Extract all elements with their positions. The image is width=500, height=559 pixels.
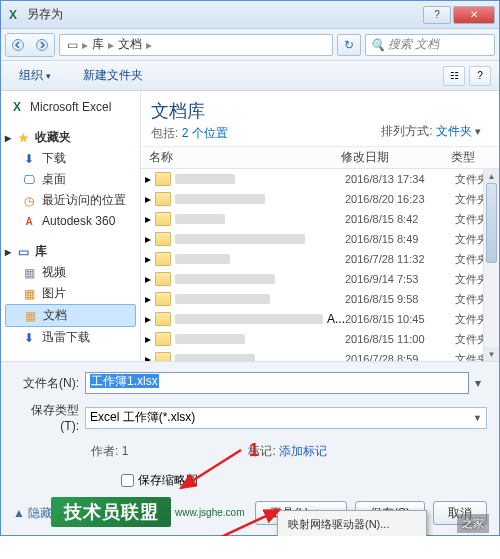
svg-point-1 bbox=[37, 39, 48, 50]
close-button[interactable]: ✕ bbox=[453, 6, 495, 24]
folder-icon bbox=[155, 232, 171, 246]
list-item: ▸ A...2016/8/15 10:45文件夹 bbox=[141, 309, 499, 329]
breadcrumb[interactable]: ▭ ▸ 库 ▸ 文档 ▸ bbox=[59, 34, 333, 56]
titlebar: X 另存为 ? ✕ bbox=[1, 1, 499, 29]
folder-icon bbox=[155, 332, 171, 346]
picture-icon: ▦ bbox=[21, 286, 37, 302]
list-item: ▸2016/8/15 11:00文件夹 bbox=[141, 329, 499, 349]
back-button[interactable] bbox=[6, 34, 30, 56]
folder-icon bbox=[155, 292, 171, 306]
file-list[interactable]: ▸2016/8/13 17:34文件夹 ▸2016/8/20 16:23文件夹 … bbox=[141, 169, 499, 361]
toolbar: 组织 新建文件夹 ☷ ? bbox=[1, 61, 499, 91]
address-bar: ▭ ▸ 库 ▸ 文档 ▸ ↻ 🔍 搜索 文档 bbox=[1, 29, 499, 61]
clock-icon: ◷ bbox=[21, 193, 37, 209]
search-input[interactable]: 🔍 搜索 文档 bbox=[365, 34, 495, 56]
autodesk-icon: A bbox=[21, 213, 37, 229]
library-icon: ▭ bbox=[15, 244, 31, 260]
list-item: ▸2016/7/28 11:32文件夹 bbox=[141, 249, 499, 269]
filename-label: 文件名(N): bbox=[13, 375, 85, 392]
search-icon: 🔍 bbox=[370, 38, 385, 52]
excel-icon: X bbox=[5, 7, 21, 23]
sidebar-videos[interactable]: ▦视频 bbox=[5, 262, 136, 283]
folder-icon bbox=[155, 192, 171, 206]
sidebar: X Microsoft Excel ▸★ 收藏夹 ⬇下载 🖵桌面 ◷最近访问的位… bbox=[1, 91, 141, 361]
sidebar-documents[interactable]: ▦文档 bbox=[5, 304, 136, 327]
sidebar-downloads[interactable]: ⬇下载 bbox=[5, 148, 136, 169]
desktop-icon: 🖵 bbox=[21, 172, 37, 188]
list-item: ▸2016/8/15 8:42文件夹 bbox=[141, 209, 499, 229]
folder-icon bbox=[155, 172, 171, 186]
filetype-combo[interactable]: Excel 工作簿(*.xlsx)▼ bbox=[85, 407, 487, 429]
bottom-panel: 文件名(N): 工作簿1.xlsx ▾ 保存类型(T): Excel 工作簿(*… bbox=[1, 361, 499, 535]
list-item: ▸2016/9/14 7:53文件夹 bbox=[141, 269, 499, 289]
thumbnail-checkbox[interactable] bbox=[121, 474, 134, 487]
scroll-thumb[interactable] bbox=[486, 183, 497, 263]
list-item: ▸2016/7/28 8:59文件夹 bbox=[141, 349, 499, 361]
filename-input[interactable]: 工作簿1.xlsx bbox=[85, 372, 469, 394]
download-icon: ⬇ bbox=[21, 151, 37, 167]
col-type[interactable]: 类型 bbox=[451, 149, 499, 166]
list-item: ▸2016/8/15 9:58文件夹 bbox=[141, 289, 499, 309]
sidebar-xunlei[interactable]: ⬇迅雷下载 bbox=[5, 327, 136, 348]
locations-link[interactable]: 2 个位置 bbox=[182, 126, 228, 140]
scroll-up[interactable]: ▲ bbox=[484, 169, 499, 183]
dropdown-icon[interactable]: ▾ bbox=[469, 376, 487, 390]
document-icon: ▦ bbox=[22, 308, 38, 324]
refresh-button[interactable]: ↻ bbox=[337, 34, 361, 56]
new-folder-button[interactable]: 新建文件夹 bbox=[73, 64, 153, 87]
col-date[interactable]: 修改日期 bbox=[341, 149, 451, 166]
menu-map-drive[interactable]: 映射网络驱动器(N)... bbox=[280, 513, 424, 536]
column-headers[interactable]: 名称 修改日期 类型 bbox=[141, 147, 499, 169]
annotation-arrow-1 bbox=[171, 440, 261, 500]
list-item: ▸2016/8/20 16:23文件夹 bbox=[141, 189, 499, 209]
sidebar-desktop[interactable]: 🖵桌面 bbox=[5, 169, 136, 190]
folder-icon bbox=[155, 212, 171, 226]
list-item: ▸2016/8/15 8:49文件夹 bbox=[141, 229, 499, 249]
sidebar-pictures[interactable]: ▦图片 bbox=[5, 283, 136, 304]
download-icon: ⬇ bbox=[21, 330, 37, 346]
save-as-dialog: X 另存为 ? ✕ ▭ ▸ 库 ▸ 文档 ▸ ↻ 🔍 搜索 文档 组织 新建文件… bbox=[0, 0, 500, 536]
excel-icon: X bbox=[9, 99, 25, 115]
view-button[interactable]: ☷ bbox=[443, 66, 465, 86]
sidebar-recent[interactable]: ◷最近访问的位置 bbox=[5, 190, 136, 211]
add-tags-link[interactable]: 添加标记 bbox=[279, 444, 327, 458]
col-name[interactable]: 名称 bbox=[141, 149, 341, 166]
folder-icon bbox=[155, 312, 171, 326]
chevron-down-icon: ▼ bbox=[473, 413, 482, 423]
sidebar-autodesk[interactable]: AAutodesk 360 bbox=[5, 211, 136, 231]
list-item: ▸2016/8/13 17:34文件夹 bbox=[141, 169, 499, 189]
help-button[interactable]: ? bbox=[423, 6, 451, 24]
library-icon: ▭ bbox=[64, 37, 80, 53]
sidebar-libraries[interactable]: ▸▭ 库 bbox=[5, 241, 136, 262]
sidebar-excel[interactable]: X Microsoft Excel bbox=[5, 97, 136, 117]
star-icon: ★ bbox=[15, 130, 31, 146]
library-title: 文档库 bbox=[151, 99, 228, 123]
scroll-down[interactable]: ▼ bbox=[484, 347, 499, 361]
forward-button[interactable] bbox=[30, 34, 54, 56]
main-panel: 文档库 包括: 2 个位置 排列方式: 文件夹 ▾ 名称 修改日期 类型 ▸20… bbox=[141, 91, 499, 361]
window-title: 另存为 bbox=[27, 6, 423, 23]
organize-button[interactable]: 组织 bbox=[9, 64, 61, 87]
folder-icon bbox=[155, 252, 171, 266]
video-icon: ▦ bbox=[21, 265, 37, 281]
watermark: 技术员联盟 www.jsghe.com bbox=[51, 497, 244, 527]
scrollbar[interactable]: ▲ ▼ bbox=[483, 169, 499, 361]
chevron-up-icon: ▲ bbox=[13, 506, 25, 520]
help-icon[interactable]: ? bbox=[469, 66, 491, 86]
folder-icon bbox=[155, 272, 171, 286]
sidebar-favorites[interactable]: ▸★ 收藏夹 bbox=[5, 127, 136, 148]
folder-icon bbox=[155, 352, 171, 361]
svg-line-2 bbox=[181, 450, 241, 488]
watermark-2: 之家 bbox=[457, 514, 489, 533]
sort-link[interactable]: 文件夹 bbox=[436, 124, 472, 138]
tools-menu: 映射网络驱动器(N)... 常规选项(G)... bbox=[277, 510, 427, 536]
filetype-label: 保存类型(T): bbox=[13, 402, 85, 433]
svg-point-0 bbox=[13, 39, 24, 50]
